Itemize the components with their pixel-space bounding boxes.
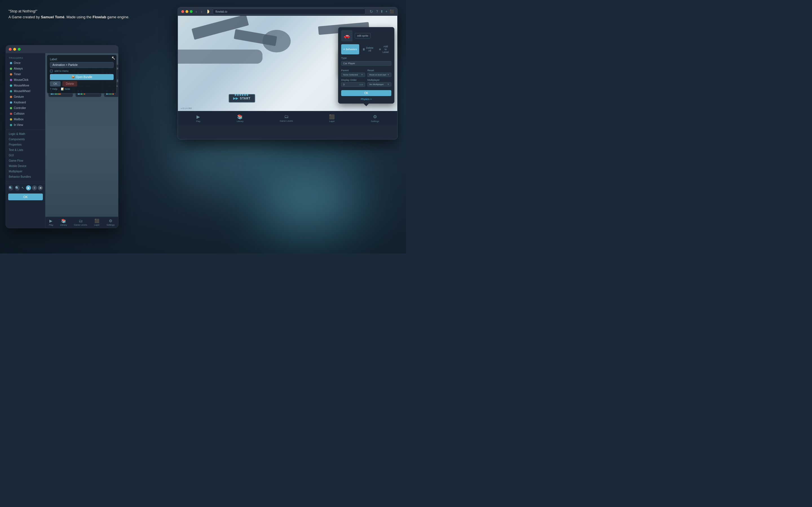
display-multiplayer-row: Display Order 3 ⊖⊕ Multiplayer No Multip… <box>341 78 391 87</box>
sidebar-cat-properties[interactable]: Properties <box>6 142 45 147</box>
browser-close[interactable] <box>181 10 184 13</box>
sidebar-cat-mobile[interactable]: Mobile Device <box>6 163 45 169</box>
timer-icon <box>10 73 12 75</box>
multiplayer-label: Multiplayer <box>367 78 391 81</box>
sidebar-cat-bundles[interactable]: Behavior Bundles <box>6 174 45 179</box>
parent-selector[interactable]: None Selected ▼ <box>341 73 365 77</box>
maximize-dot[interactable] <box>18 48 20 51</box>
controller-label: Controller <box>14 107 26 110</box>
label-input[interactable] <box>50 62 114 68</box>
type-selector[interactable]: Car Player <box>341 61 391 66</box>
browser-content: ▶▶ START ●●●●●● CONGRATULATIONS! 1 ST ▶ … <box>178 16 397 125</box>
always-label: Always <box>14 67 23 70</box>
refresh-button[interactable]: ↻ <box>369 9 374 14</box>
browser-nav-play[interactable]: ▶ Play <box>196 114 200 122</box>
browser-nav-settings[interactable]: ⚙ Settings <box>371 114 379 122</box>
open-bundle-button[interactable]: 📦 Open Bundle <box>50 74 114 80</box>
edit-sprite-button[interactable]: edit sprite <box>355 33 371 39</box>
close-dot[interactable] <box>9 48 11 51</box>
once-label: Once <box>14 61 20 64</box>
mouseclick-label: MouseClick <box>14 78 29 81</box>
nav-play[interactable]: ▶ Play <box>49 219 53 226</box>
label-field-label: Label: <box>50 58 114 61</box>
sidebar-icon[interactable]: ⬛ <box>390 10 394 13</box>
nav-layer[interactable]: ⬛ Layer <box>94 219 100 226</box>
browser-nav-game-levels[interactable]: 🗂 Game Levels <box>280 114 293 122</box>
sprite-row: 🚗 edit sprite <box>341 30 391 41</box>
sidebar-item-mousewheel[interactable]: MouseWheel <box>7 89 44 94</box>
share-icon[interactable]: ⬆ <box>380 10 383 13</box>
nav-library[interactable]: 📚 Library <box>60 219 67 226</box>
sidebar-item-inview[interactable]: In View <box>7 122 44 128</box>
display-order-label: Display Order <box>341 78 365 81</box>
pause-button[interactable]: ⏸ <box>32 185 37 190</box>
type-value-row: Car Player <box>341 61 391 67</box>
track-circle <box>262 30 291 52</box>
always-icon <box>10 68 12 70</box>
sidebar-cat-gui[interactable]: GUI <box>6 153 45 158</box>
reset-label: Reset <box>367 69 391 72</box>
browser-nav-library[interactable]: 📚 Library <box>237 114 243 122</box>
stop-button[interactable]: ⏹ <box>38 185 43 190</box>
sidebar-ok-button[interactable]: OK <box>8 193 43 200</box>
mousewheel-icon <box>10 90 12 93</box>
popup-ok-button[interactable]: OK <box>341 90 391 96</box>
behaviors-tab[interactable]: ≡ Behaviors <box>341 44 359 54</box>
sidebar-item-controller[interactable]: Controller <box>7 105 44 111</box>
delete-all-tab[interactable]: 🗑 Delete All <box>360 44 375 54</box>
minimize-dot[interactable] <box>13 48 16 51</box>
sidebar-item-mouseclick[interactable]: MouseClick <box>7 77 44 82</box>
ok-button[interactable]: OK <box>50 81 61 87</box>
plus-icon[interactable]: + <box>386 10 388 13</box>
mailbox-label: Mailbox <box>14 118 23 121</box>
mouseclick-icon <box>10 79 12 81</box>
bg-blob-3 <box>265 169 350 225</box>
question-icon[interactable]: ? <box>376 10 378 13</box>
add-to-menu-checkbox[interactable] <box>50 69 53 72</box>
sidebar-item-always[interactable]: Always <box>7 66 44 71</box>
sidebar-item-collision[interactable]: Collision <box>7 111 44 116</box>
sidebar-item-timer[interactable]: Timer <box>7 71 44 77</box>
headline-text: "Stop at Nothing!" A Game created by Sam… <box>8 8 130 20</box>
keyboard-label: Keyboard <box>14 101 26 104</box>
sidebar-divider-2 <box>6 181 45 181</box>
sidebar-cat-gameflow[interactable]: Game Flow <box>6 158 45 163</box>
keyboard-icon <box>10 101 12 104</box>
help-note-row: ? Help 📝 Note <box>50 88 114 91</box>
sidebar-item-once[interactable]: Once <box>7 60 44 66</box>
nav-settings[interactable]: ⚙ Settings <box>107 219 115 226</box>
multiplayer-selector[interactable]: No Multiplayer ▼ <box>367 82 391 87</box>
physics-link[interactable]: Physics > <box>341 98 391 101</box>
delete-button[interactable]: Delete <box>62 81 77 87</box>
sidebar-cat-logic[interactable]: Logic & Math <box>6 131 45 136</box>
note-link[interactable]: 📝 Note <box>61 88 70 91</box>
help-link[interactable]: ? Help <box>50 88 57 91</box>
sidebar-cat-components[interactable]: Components <box>6 136 45 142</box>
sidebar-cat-text[interactable]: Text & Lists <box>6 147 45 153</box>
add-to-menu-label: add to menu <box>54 69 68 72</box>
browser-window: ‹ › 🌓 ↻ ? ⬆ + ⬛ ▶▶ START ●●● <box>177 7 398 139</box>
zoom-out-icon[interactable]: 🔍 <box>15 185 20 191</box>
sidebar-item-mousemove[interactable]: MouseMove <box>7 83 44 88</box>
main-content: Label: add to menu 📦 Open Bundle OK Dele… <box>45 53 118 228</box>
sidebar-cat-multiplayer[interactable]: Multiplayer <box>6 169 45 174</box>
sidebar-item-gesture[interactable]: Gesture <box>7 94 44 100</box>
browser-minimize[interactable] <box>186 10 188 13</box>
zoom-in-icon[interactable]: 🔍 <box>8 185 13 191</box>
browser-nav-layer[interactable]: ⬛ Layer <box>329 114 335 122</box>
type-label: Type <box>341 57 347 59</box>
laptop-titlebar <box>6 45 118 53</box>
url-bar[interactable] <box>213 9 365 14</box>
display-order-selector[interactable]: 3 ⊖⊕ <box>341 82 365 87</box>
sidebar-item-mailbox[interactable]: Mailbox <box>7 117 44 122</box>
back-button[interactable]: ‹ <box>195 9 198 14</box>
add-to-level-tab[interactable]: ⊕ Add to Level <box>377 44 391 54</box>
browser-maximize[interactable] <box>190 10 193 13</box>
play-button[interactable]: ▶ <box>26 185 31 190</box>
reset-selector[interactable]: Reset on level start ▼ <box>367 73 391 77</box>
sidebar-item-keyboard[interactable]: Keyboard <box>7 100 44 105</box>
nav-game-levels[interactable]: 🗂 Game Levels <box>74 219 87 226</box>
forward-button[interactable]: › <box>200 9 203 14</box>
game-viewport: ▶▶ START ●●●●●● CONGRATULATIONS! 1 ST ▶ … <box>178 16 397 125</box>
mousewheel-label: MouseWheel <box>14 90 30 93</box>
